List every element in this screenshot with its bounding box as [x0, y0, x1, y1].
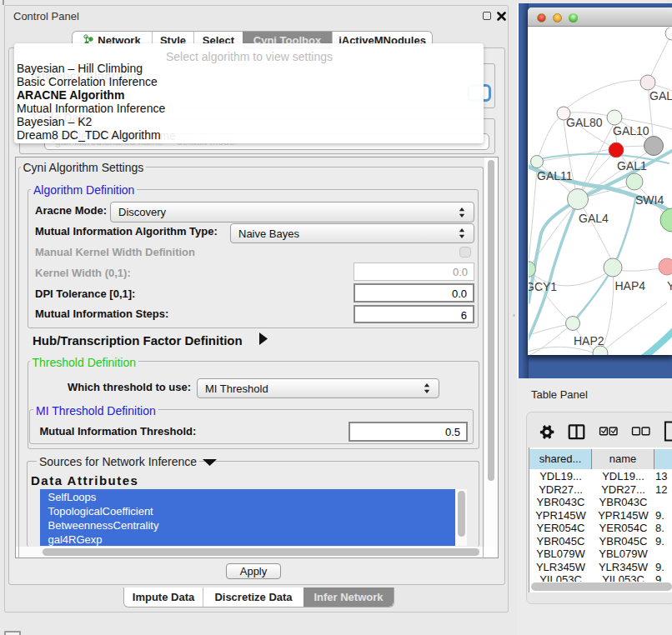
svg-text:GAL8: GAL8 [649, 89, 672, 102]
svg-text:GAL80: GAL80 [566, 116, 603, 129]
svg-text:GAL4: GAL4 [579, 212, 609, 225]
svg-text:GAL11: GAL11 [537, 169, 573, 182]
svg-text:SWI4: SWI4 [635, 193, 664, 207]
svg-text:GCY1: GCY1 [529, 280, 557, 293]
svg-text:HAP2: HAP2 [574, 334, 604, 348]
svg-text:Y: Y [667, 279, 672, 292]
svg-text:GAL1: GAL1 [617, 159, 647, 172]
svg-text:GAL10: GAL10 [613, 124, 649, 138]
svg-text:HAP4: HAP4 [615, 279, 646, 292]
